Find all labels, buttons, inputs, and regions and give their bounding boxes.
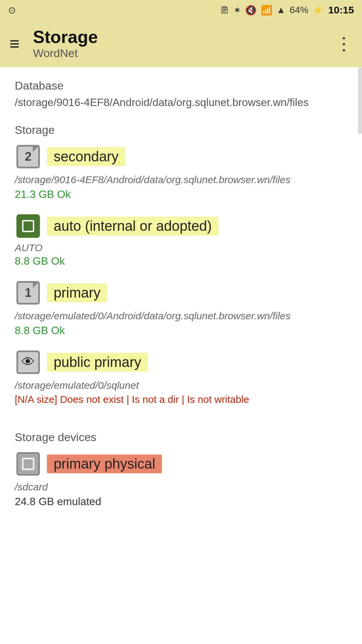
storage-item-public-primary[interactable]: 👁 public primary /storage/emulated/0/sql… [15,349,347,405]
secondary-path: /storage/9016-4EF8/Android/data/org.sqlu… [15,173,347,187]
eye-icon: 👁 [15,349,42,376]
storage-item-secondary-header: 2 secondary [15,143,347,170]
database-label: Database [15,79,347,92]
status-left: ⊙ [8,5,216,16]
auto-sub-label: AUTO [15,242,347,254]
primary-physical-path: /sdcard [15,480,347,494]
storage-item-primary-header: 1 primary [15,279,347,306]
sdcard-number-1: 1 [25,286,32,300]
primary-status: 8.8 GB Ok [15,324,347,337]
primary-physical-status: 24.8 GB emulated [15,495,347,508]
secondary-badge: secondary [47,147,125,166]
sdcard-icon-2: 2 [15,143,42,170]
chip-icon-gray [15,450,42,477]
chip-icon-auto [15,213,42,239]
main-content: Database /storage/9016-4EF8/Android/data… [0,67,362,644]
sdcard-icon-1: 1 [15,279,42,306]
secondary-status: 21.3 GB Ok [15,188,347,201]
storage-devices-section: Storage devices primary physical /sdcard… [15,431,347,508]
database-path: /storage/9016-4EF8/Android/data/org.sqlu… [15,95,347,110]
storage-item-secondary[interactable]: 2 secondary /storage/9016-4EF8/Android/d… [15,143,347,201]
storage-item-public-header: 👁 public primary [15,349,347,376]
storage-label: Storage [15,123,347,137]
sdcard-number-2: 2 [25,150,32,164]
sim-icon: 🖹 [220,5,229,16]
public-primary-path: /storage/emulated/0/sqlunet [15,378,347,392]
page-title: Storage [33,28,335,47]
wifi-icon: 📶 [261,5,273,16]
more-options-button[interactable]: ⋮ [335,35,353,52]
eye-glyph: 👁 [21,355,35,370]
signal-icon: ▲ [277,5,286,15]
primary-badge: primary [47,283,107,302]
charging-icon: ⚡ [312,5,324,16]
storage-item-primary-physical[interactable]: primary physical /sdcard 24.8 GB emulate… [15,450,347,508]
page-subtitle: WordNet [33,47,335,60]
auto-status: 8.8 GB Ok [15,255,347,267]
scrollbar[interactable] [358,67,362,134]
battery-indicator: 64% [290,5,308,15]
primary-physical-badge: primary physical [47,454,162,473]
clock: 10:15 [328,4,354,16]
storage-item-primary[interactable]: 1 primary /storage/emulated/0/Android/da… [15,279,347,337]
database-section: Database /storage/9016-4EF8/Android/data… [15,79,347,110]
public-primary-status: [N/A size] Does not exist | Is not a dir… [15,394,347,405]
public-primary-badge: public primary [47,353,148,372]
mute-icon: 🔇 [245,5,257,16]
toolbar-title-block: Storage WordNet [33,28,335,60]
menu-button[interactable]: ≡ [9,35,19,52]
status-bar: ⊙ 🖹 ✶ 🔇 📶 ▲ 64% ⚡ 10:15 [0,0,362,20]
storage-item-auto-header: auto (internal or adopted) [15,213,347,239]
storage-section: Storage 2 secondary /storage/9016-4EF8/A… [15,123,347,405]
storage-devices-label: Storage devices [15,431,347,444]
storage-item-auto[interactable]: auto (internal or adopted) AUTO 8.8 GB O… [15,213,347,267]
auto-badge: auto (internal or adopted) [47,217,219,235]
app-icon: ⊙ [8,5,16,16]
toolbar: ≡ Storage WordNet ⋮ [0,20,362,67]
storage-item-primary-physical-header: primary physical [15,450,347,477]
bluetooth-icon: ✶ [233,5,241,16]
primary-path: /storage/emulated/0/Android/data/org.sql… [15,309,347,323]
